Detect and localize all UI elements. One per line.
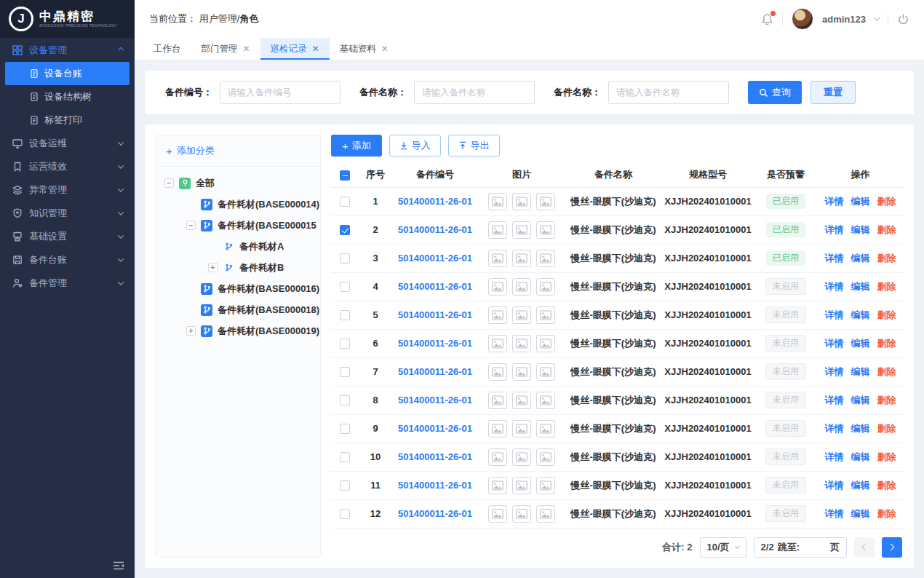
row-checkbox[interactable] <box>340 367 350 377</box>
tree-node-2[interactable]: −备件耗材(BASE000015 <box>159 215 317 236</box>
delete-link[interactable]: 删除 <box>877 309 896 322</box>
delete-link[interactable]: 删除 <box>877 507 896 520</box>
row-checkbox[interactable] <box>340 253 350 264</box>
notification-bell-icon[interactable] <box>761 13 773 25</box>
detail-link[interactable]: 详情 <box>825 195 844 208</box>
image-placeholder-icon[interactable] <box>512 448 531 466</box>
detail-link[interactable]: 详情 <box>825 337 844 350</box>
delete-link[interactable]: 删除 <box>877 337 896 350</box>
delete-link[interactable]: 删除 <box>877 280 896 293</box>
part-code-link[interactable]: 501400011-26-01 <box>398 224 472 235</box>
part-name-1-input[interactable] <box>414 81 535 104</box>
detail-link[interactable]: 详情 <box>825 365 844 379</box>
image-placeholder-icon[interactable] <box>488 193 507 210</box>
detail-link[interactable]: 详情 <box>825 451 844 464</box>
prev-page-button[interactable] <box>854 537 875 558</box>
detail-link[interactable]: 详情 <box>825 252 844 265</box>
image-placeholder-icon[interactable] <box>512 392 531 409</box>
image-placeholder-icon[interactable] <box>512 335 531 352</box>
image-placeholder-icon[interactable] <box>512 505 531 523</box>
detail-link[interactable]: 详情 <box>825 223 844 237</box>
row-checkbox[interactable] <box>340 452 350 462</box>
image-placeholder-icon[interactable] <box>512 278 531 296</box>
close-tab-icon[interactable]: ✕ <box>312 44 319 53</box>
image-placeholder-icon[interactable] <box>488 505 507 523</box>
sidebar-item-label-printing[interactable]: 标签打印 <box>5 108 130 132</box>
import-button[interactable]: 导入 <box>389 135 441 157</box>
image-placeholder-icon[interactable] <box>488 477 507 494</box>
image-placeholder-icon[interactable] <box>512 420 531 438</box>
row-checkbox[interactable] <box>340 310 350 320</box>
sidebar-group-device-management[interactable]: 设备管理 <box>0 39 135 62</box>
row-checkbox[interactable] <box>340 339 350 349</box>
part-code-link[interactable]: 501400011-26-01 <box>398 338 472 349</box>
collapse-node-icon[interactable]: − <box>164 178 174 188</box>
sidebar-group-parts-management[interactable]: 备件管理 <box>0 272 135 295</box>
tree-node-3[interactable]: 备件耗材A <box>159 236 317 257</box>
part-code-link[interactable]: 501400011-26-01 <box>398 423 472 434</box>
image-placeholder-icon[interactable] <box>512 477 531 494</box>
logout-power-icon[interactable] <box>897 13 909 25</box>
image-placeholder-icon[interactable] <box>536 448 555 466</box>
part-code-link[interactable]: 501400011-26-01 <box>398 281 472 292</box>
close-tab-icon[interactable]: ✕ <box>381 44 389 53</box>
part-code-link[interactable]: 501400011-26-01 <box>398 451 472 462</box>
tree-node-6[interactable]: 备件耗材(BASE000018) <box>159 299 317 320</box>
image-placeholder-icon[interactable] <box>536 363 555 381</box>
image-placeholder-icon[interactable] <box>512 221 531 239</box>
edit-link[interactable]: 编辑 <box>851 252 870 265</box>
edit-link[interactable]: 编辑 <box>851 507 870 520</box>
user-menu-chevron-icon[interactable] <box>874 15 880 20</box>
edit-link[interactable]: 编辑 <box>851 365 870 379</box>
tree-node-0[interactable]: −全部 <box>159 173 317 194</box>
sidebar-group-basic-settings[interactable]: 基础设置 <box>0 225 135 248</box>
sidebar-group-parts-ledger[interactable]: 备件台账 <box>0 248 135 272</box>
detail-link[interactable]: 详情 <box>825 394 844 407</box>
image-placeholder-icon[interactable] <box>536 306 555 324</box>
delete-link[interactable]: 删除 <box>877 422 896 435</box>
delete-link[interactable]: 删除 <box>877 252 896 265</box>
detail-link[interactable]: 详情 <box>825 422 844 435</box>
part-code-link[interactable]: 501400011-26-01 <box>398 196 472 207</box>
image-placeholder-icon[interactable] <box>488 448 507 466</box>
add-category-button[interactable]: + 添加分类 <box>156 135 320 167</box>
edit-link[interactable]: 编辑 <box>851 309 870 322</box>
username[interactable]: admin123 <box>822 14 866 25</box>
tree-node-7[interactable]: +备件耗材(BASE000019) <box>159 320 317 341</box>
edit-link[interactable]: 编辑 <box>851 195 870 208</box>
edit-link[interactable]: 编辑 <box>851 337 870 350</box>
part-code-input[interactable] <box>220 81 340 104</box>
row-checkbox[interactable] <box>340 225 350 235</box>
tab-workbench[interactable]: 工作台 <box>143 38 191 60</box>
image-placeholder-icon[interactable] <box>536 392 555 409</box>
image-placeholder-icon[interactable] <box>536 335 555 352</box>
reset-button[interactable]: 重置 <box>811 81 856 104</box>
page-size-select[interactable]: 10/页 <box>700 537 746 558</box>
expand-node-icon[interactable]: + <box>186 326 196 336</box>
part-code-link[interactable]: 501400011-26-01 <box>398 366 472 377</box>
sidebar-group-exception-management[interactable]: 异常管理 <box>0 178 135 202</box>
image-placeholder-icon[interactable] <box>488 335 507 352</box>
delete-link[interactable]: 删除 <box>877 223 896 237</box>
expand-node-icon[interactable]: + <box>208 263 218 272</box>
tab-department-management[interactable]: 部门管理✕ <box>191 38 260 60</box>
image-placeholder-icon[interactable] <box>536 193 555 210</box>
image-placeholder-icon[interactable] <box>536 505 555 523</box>
image-placeholder-icon[interactable] <box>536 477 555 494</box>
part-code-link[interactable]: 501400011-26-01 <box>398 253 472 264</box>
part-code-link[interactable]: 501400011-26-01 <box>398 508 472 519</box>
sidebar-item-device-ledger[interactable]: 设备台账 <box>5 62 130 85</box>
image-placeholder-icon[interactable] <box>488 392 507 409</box>
export-button[interactable]: 导出 <box>448 135 500 157</box>
delete-link[interactable]: 删除 <box>877 479 896 492</box>
add-button[interactable]: + 添加 <box>331 135 382 157</box>
delete-link[interactable]: 删除 <box>877 394 896 407</box>
row-checkbox[interactable] <box>340 282 350 292</box>
image-placeholder-icon[interactable] <box>488 363 507 381</box>
select-all-checkbox[interactable] <box>340 170 350 181</box>
image-placeholder-icon[interactable] <box>512 306 531 324</box>
next-page-button[interactable] <box>882 537 902 558</box>
image-placeholder-icon[interactable] <box>488 221 507 239</box>
detail-link[interactable]: 详情 <box>825 507 844 520</box>
tree-node-4[interactable]: +备件耗材B <box>159 257 317 278</box>
